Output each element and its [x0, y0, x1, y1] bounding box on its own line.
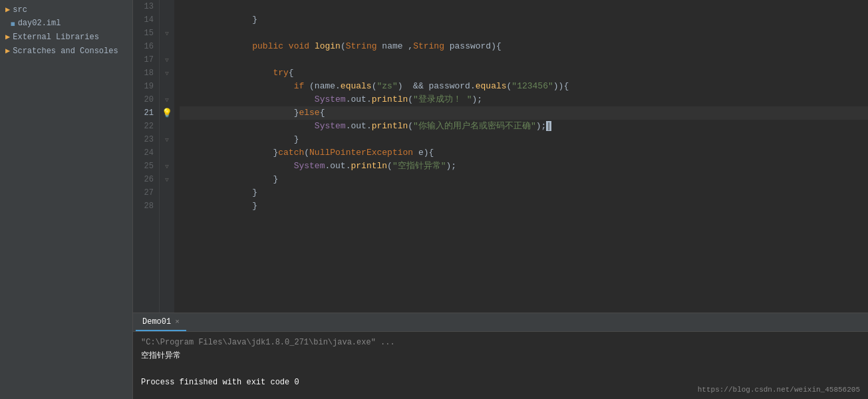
line-num-21: 21 — [133, 106, 159, 120]
code-line-16 — [180, 40, 868, 53]
fold-cell-28 — [160, 200, 174, 213]
code-lines-container[interactable]: } public void login(String name ,String … — [174, 0, 868, 313]
line-num-25: 25 — [133, 160, 159, 173]
fold-cell-27 — [160, 186, 174, 200]
line-num-27: 27 — [133, 186, 159, 200]
console-line-2: 空指针异常 — [141, 349, 860, 362]
main-layout: ▶ src ◼ day02.iml ▶ External Libraries ▶… — [0, 0, 868, 399]
console-tab-close[interactable]: × — [175, 318, 180, 326]
line-num-23: 23 — [133, 133, 159, 146]
fold-cell-17[interactable]: ▽ — [160, 53, 174, 66]
fold-gutter: ▽ ▽ ▽ ▽ 💡 ▽ ▽ ▽ — [160, 0, 174, 313]
code-line-18: if (name.equals("zs") && password.equals… — [180, 66, 868, 80]
line-num-28: 28 — [133, 200, 159, 213]
code-line-14 — [180, 13, 868, 27]
code-line-23: }catch(NullPointerException e){ — [180, 133, 868, 146]
sidebar-item-label: src — [13, 5, 27, 15]
fold-cell-21: 💡 — [160, 106, 174, 120]
console-tabs: Demo01 × — [133, 313, 868, 332]
line-num-18: 18 — [133, 66, 159, 80]
code-line-13: } — [180, 0, 868, 13]
line-num-15: 15 — [133, 27, 159, 40]
fold-cell-26[interactable]: ▽ — [160, 173, 174, 186]
code-line-25: } — [180, 160, 868, 173]
line-num-14: 14 — [133, 13, 159, 27]
code-line-24: System.out.println("空指针异常"); — [180, 146, 868, 160]
sidebar-item-label: External Libraries — [13, 33, 99, 42]
fold-cell-23[interactable]: ▽ — [160, 133, 174, 146]
code-line-22: } — [180, 120, 868, 133]
line-num-24: 24 — [133, 146, 159, 160]
code-line-28 — [180, 200, 868, 213]
line-num-16: 16 — [133, 40, 159, 53]
console-area: Demo01 × "C:\Program Files\Java\jdk1.8.0… — [133, 313, 868, 399]
sidebar-item-external-libraries[interactable]: ▶ External Libraries — [0, 30, 132, 44]
sidebar-item-scratches[interactable]: ▶ Scratches and Consoles — [0, 44, 132, 58]
fold-cell-20[interactable]: ▽ — [160, 93, 174, 106]
lightbulb-icon[interactable]: 💡 — [162, 108, 172, 118]
sidebar-item-iml[interactable]: ◼ day02.iml — [0, 17, 132, 30]
fold-cell-15[interactable]: ▽ — [160, 27, 174, 40]
console-line-3 — [141, 362, 860, 376]
code-line-19: System.out.println("登录成功！ "); — [180, 80, 868, 93]
fold-cell-24 — [160, 146, 174, 160]
fold-cell-25[interactable]: ▽ — [160, 160, 174, 173]
console-tab-label: Demo01 — [142, 317, 171, 327]
folder-icon: ▶ — [5, 32, 10, 42]
fold-cell-18[interactable]: ▽ — [160, 66, 174, 80]
code-line-26: } — [180, 173, 868, 186]
console-line-1: "C:\Program Files\Java\jdk1.8.0_271\bin\… — [141, 336, 860, 349]
sidebar-item-src[interactable]: ▶ src — [0, 3, 132, 17]
line-numbers: 13 14 15 16 17 18 19 20 21 22 23 24 25 2… — [133, 0, 160, 313]
sidebar: ▶ src ◼ day02.iml ▶ External Libraries ▶… — [0, 0, 133, 399]
sidebar-item-label: day02.iml — [18, 19, 61, 28]
console-line-4: Process finished with exit code 0 — [141, 376, 860, 389]
console-output: "C:\Program Files\Java\jdk1.8.0_271\bin\… — [133, 332, 868, 399]
line-num-22: 22 — [133, 120, 159, 133]
folder-icon: ▶ — [5, 5, 10, 15]
line-num-13: 13 — [133, 0, 159, 13]
code-line-17: try{ — [180, 53, 868, 66]
line-num-17: 17 — [133, 53, 159, 66]
fold-cell-16 — [160, 40, 174, 53]
editor-area: 13 14 15 16 17 18 19 20 21 22 23 24 25 2… — [133, 0, 868, 399]
line-num-19: 19 — [133, 80, 159, 93]
code-line-21: System.out.println("你输入的用户名或密码不正确");| — [180, 106, 868, 120]
code-line-27: } — [180, 186, 868, 200]
fold-cell-14 — [160, 13, 174, 27]
folder-icon: ▶ — [5, 46, 10, 56]
line-num-20: 20 — [133, 93, 159, 106]
fold-cell-13 — [160, 0, 174, 13]
fold-cell-22 — [160, 120, 174, 133]
line-num-26: 26 — [133, 173, 159, 186]
console-tab-demo01[interactable]: Demo01 × — [136, 313, 186, 331]
code-content: 13 14 15 16 17 18 19 20 21 22 23 24 25 2… — [133, 0, 868, 313]
file-icon: ◼ — [11, 19, 15, 28]
code-line-15: public void login(String name ,String pa… — [180, 27, 868, 40]
sidebar-item-label: Scratches and Consoles — [13, 47, 118, 56]
fold-cell-19 — [160, 80, 174, 93]
code-line-20: }else{ — [180, 93, 868, 106]
